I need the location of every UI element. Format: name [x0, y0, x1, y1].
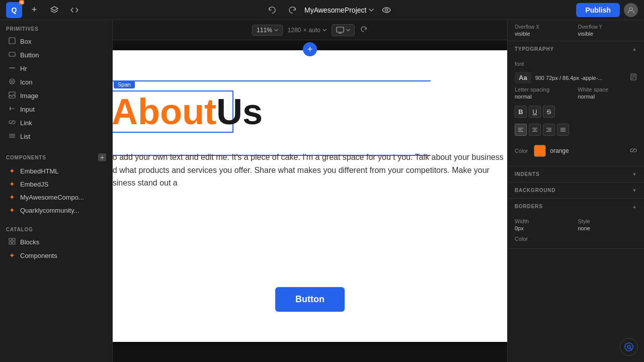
canvas-height: auto: [309, 27, 320, 34]
about-orange-text: About: [113, 94, 216, 130]
preview-button[interactable]: [378, 2, 394, 18]
borders-content: Width 0px Style none Color: [508, 214, 644, 248]
strikethrough-button[interactable]: S: [543, 106, 555, 118]
letter-spacing-group: Letter spacing normal: [515, 86, 574, 100]
chevron-down-icon: [368, 7, 374, 13]
link-icon: [8, 119, 16, 127]
color-label: Color: [515, 148, 528, 154]
embedhtml-icon: ✦: [8, 167, 16, 175]
align-justify-button[interactable]: [557, 124, 569, 136]
add-component-button[interactable]: +: [98, 153, 106, 161]
quarkly-icon-button[interactable]: [620, 338, 638, 356]
sidebar-item-embedjs-label: EmbedJS: [20, 180, 48, 188]
sidebar-item-box[interactable]: Box: [2, 35, 110, 48]
background-label: BACKGROUND: [515, 188, 555, 193]
align-left-icon: [518, 127, 524, 133]
layers-button[interactable]: [46, 2, 62, 18]
white-space-group: White space normal: [578, 86, 637, 100]
sidebar-item-quarklycommunity[interactable]: ✦ Quarklycommunity...: [2, 204, 110, 217]
align-right-button[interactable]: [543, 124, 555, 136]
redo-button[interactable]: [284, 2, 300, 18]
sidebar-item-button-label: Button: [20, 51, 39, 59]
device-button[interactable]: [332, 24, 355, 36]
add-element-button[interactable]: +: [303, 42, 317, 56]
indents-section-header[interactable]: INDENTS: [508, 166, 644, 182]
color-link-icon[interactable]: [630, 147, 637, 155]
sidebar-item-image[interactable]: Image: [2, 89, 110, 103]
canvas-content: + Span About Us: [113, 40, 507, 362]
code-button[interactable]: [66, 2, 83, 18]
canvas-button[interactable]: Button: [275, 287, 345, 312]
undo-button[interactable]: [264, 2, 280, 18]
dimension-display: 1280 × auto: [288, 27, 327, 34]
sidebar-item-button[interactable]: Button: [2, 48, 110, 62]
bold-button[interactable]: B: [515, 106, 527, 118]
add-button[interactable]: +: [26, 2, 42, 18]
overflow-x-value: visible: [515, 31, 574, 37]
sidebar-item-input[interactable]: Input: [2, 103, 110, 116]
font-row: Aa 900 72px / 86.4px -apple-...: [515, 69, 637, 86]
sidebar-item-myawesomecompo[interactable]: ✦ MyAwesomeCompo...: [2, 191, 110, 204]
quarkly-icon: [624, 342, 634, 352]
font-label: font: [515, 61, 637, 67]
eye-icon: [382, 6, 391, 15]
sidebar-item-link-label: Link: [20, 119, 32, 127]
body-text-content: e to add your own text and edit me. It's…: [113, 153, 504, 187]
indents-chevron-icon: [632, 171, 637, 177]
background-chevron-icon: [632, 188, 637, 193]
overflow-y-group: Overflow Y visible: [578, 24, 637, 37]
blocks-icon: [8, 238, 16, 246]
project-name-text: MyAwesomeProject: [304, 6, 366, 14]
sidebar-item-blocks-label: Blocks: [20, 238, 39, 246]
box-icon: [8, 37, 16, 46]
sidebar-item-input-label: Input: [20, 106, 35, 113]
sidebar-item-components-catalog[interactable]: ✦ Components: [2, 249, 110, 262]
typography-section-header[interactable]: TYPOGRAPHY: [508, 41, 644, 57]
svg-rect-2: [9, 38, 15, 44]
svg-rect-3: [9, 52, 15, 56]
avatar-icon: [627, 7, 634, 14]
sidebar-item-link[interactable]: Link: [2, 116, 110, 130]
publish-button[interactable]: Publish: [576, 3, 620, 17]
overflow-y-value: visible: [578, 31, 637, 37]
indents-section: INDENTS: [508, 166, 644, 183]
topbar-center: MyAwesomeProject: [264, 2, 394, 18]
zoom-selector[interactable]: 111%: [252, 25, 283, 36]
hr-icon: [8, 64, 16, 73]
sidebar-item-embedjs[interactable]: ✦ EmbedJS: [2, 177, 110, 191]
borders-section-header[interactable]: BORDERS: [508, 199, 644, 214]
quarklycommunity-icon: ✦: [8, 206, 16, 214]
sidebar-item-list[interactable]: List: [2, 130, 110, 143]
catalog-label: CATALOG: [6, 227, 33, 232]
underline-button[interactable]: U: [529, 106, 541, 118]
left-sidebar: PRIMITIVES Box Button Hr: [0, 20, 113, 362]
logo-button[interactable]: Q B: [6, 2, 22, 18]
refresh-button[interactable]: [360, 25, 368, 35]
components-section-header: COMPONENTS +: [0, 147, 112, 164]
project-name[interactable]: MyAwesomeProject: [304, 6, 374, 14]
typography-label: TYPOGRAPHY: [515, 46, 554, 52]
sidebar-item-list-label: List: [20, 133, 30, 140]
font-aa-icon: Aa: [515, 72, 531, 83]
font-book-icon[interactable]: [630, 73, 637, 82]
sidebar-item-icon[interactable]: Icon: [2, 75, 110, 89]
align-right-icon: [546, 127, 552, 133]
dimension-chevron-icon: [323, 28, 327, 32]
components-label: COMPONENTS: [6, 155, 46, 160]
indents-label: INDENTS: [515, 171, 540, 177]
overflow-x-label: Overflow X: [515, 24, 574, 30]
background-section-header[interactable]: BACKGROUND: [508, 183, 644, 198]
svg-rect-18: [337, 27, 344, 32]
myawesomecompo-icon: ✦: [8, 193, 16, 201]
layers-icon: [50, 6, 59, 15]
align-center-button[interactable]: [529, 124, 541, 136]
typography-chevron-icon: [632, 46, 637, 52]
align-left-button[interactable]: [515, 124, 527, 136]
sidebar-item-embedhtml[interactable]: ✦ EmbedHTML: [2, 164, 110, 177]
sidebar-item-blocks[interactable]: Blocks: [2, 235, 110, 249]
background-section: BACKGROUND: [508, 183, 644, 199]
color-swatch[interactable]: [534, 145, 546, 157]
svg-rect-16: [9, 242, 12, 244]
sidebar-item-hr[interactable]: Hr: [2, 62, 110, 75]
catalog-list: Blocks ✦ Components: [0, 235, 112, 262]
